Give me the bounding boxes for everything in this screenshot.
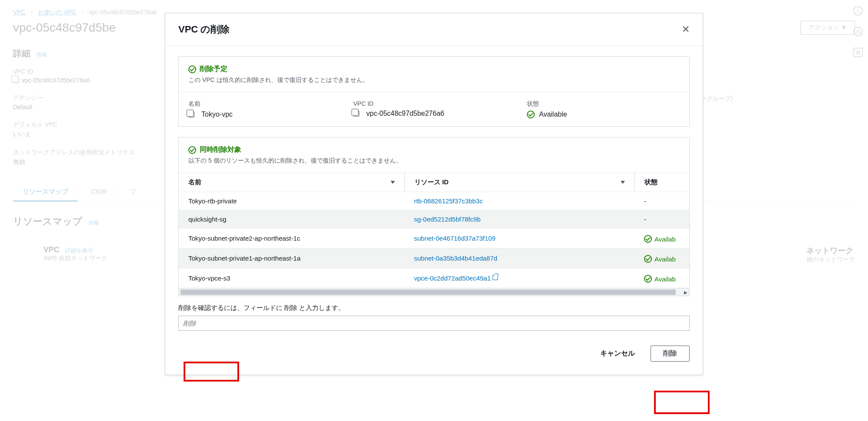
info-label-vpcid: VPC ID	[353, 100, 527, 107]
cell-resource-id: rtb-06826125f37c3bb3c	[404, 192, 635, 210]
info-value-name: Tokyo-vpc	[201, 111, 233, 118]
resource-link[interactable]: sg-0ed5212d5bf78fc9b	[414, 215, 480, 223]
table-row: Tokyo-rtb-privatertb-06826125f37c3bb3c-	[179, 192, 689, 210]
table-row: Tokyo-subnet-private1-ap-northeast-1asub…	[179, 248, 689, 268]
cell-name: Tokyo-subnet-private2-ap-northeast-1c	[179, 228, 404, 248]
cell-state: Availab	[635, 228, 689, 248]
resources-table-wrap: 名前 リソース ID 状態 Tokyo-rtb-privatertb-06826…	[179, 173, 689, 296]
cell-name: Tokyo-vpce-s3	[179, 268, 404, 288]
external-link-icon	[493, 275, 498, 280]
col-name: 名前	[188, 178, 201, 186]
cell-state: Availab	[635, 248, 689, 268]
resource-link[interactable]: subnet-0e46716d37a73f109	[414, 235, 496, 242]
confirm-input[interactable]	[178, 316, 690, 331]
cell-name: quicksight-sg	[179, 210, 404, 228]
filter-icon[interactable]	[391, 181, 395, 184]
delete-vpc-modal: VPC の削除 ✕ 削除予定 この VPC は恒久的に削除され、後で復旧すること…	[165, 13, 703, 375]
cell-resource-id: vpce-0c2dd72ad50ec49a1	[404, 268, 635, 288]
delete-button[interactable]: 削除	[651, 346, 690, 362]
cell-resource-id: subnet-0a35b3d4b41eda87d	[404, 248, 635, 268]
resource-link[interactable]: subnet-0a35b3d4b41eda87d	[414, 255, 497, 262]
resource-link[interactable]: vpce-0c2dd72ad50ec49a1	[414, 274, 491, 282]
status-title: 削除予定	[200, 65, 227, 74]
status-desc: 以下の 5 個のリソースも恒久的に削除され、後で復旧することはできません。	[188, 157, 680, 165]
check-circle-icon	[644, 255, 652, 263]
cancel-button[interactable]: キャンセル	[592, 346, 643, 362]
check-circle-icon	[188, 146, 196, 154]
resource-link[interactable]: rtb-06826125f37c3bb3c	[414, 197, 483, 205]
check-circle-icon	[644, 235, 652, 243]
cell-state: -	[635, 210, 689, 228]
scheduled-delete-panel: 削除予定 この VPC は恒久的に削除され、後で復旧することはできません。 名前…	[178, 56, 690, 127]
cell-state: Availab	[635, 268, 689, 288]
col-resource-id: リソース ID	[414, 178, 449, 186]
status-desc: この VPC は恒久的に削除され、後で復旧することはできません。	[188, 76, 680, 84]
check-circle-icon	[527, 111, 535, 118]
resources-table: 名前 リソース ID 状態 Tokyo-rtb-privatertb-06826…	[179, 173, 689, 288]
horizontal-scrollbar[interactable]: ◀ ▶	[179, 288, 689, 296]
table-row: Tokyo-vpce-s3vpce-0c2dd72ad50ec49a1Avail…	[179, 268, 689, 288]
table-row: quicksight-sgsg-0ed5212d5bf78fc9b-	[179, 210, 689, 228]
col-state: 状態	[644, 178, 658, 186]
table-header-row: 名前 リソース ID 状態	[179, 173, 689, 192]
info-value-state: Available	[539, 111, 567, 118]
close-button[interactable]: ✕	[682, 25, 690, 34]
modal-title: VPC の削除	[178, 23, 230, 36]
info-value-vpcid: vpc-05c48c97d5be276a6	[366, 110, 444, 117]
table-row: Tokyo-subnet-private2-ap-northeast-1csub…	[179, 228, 689, 248]
cell-state: -	[635, 192, 689, 210]
scroll-right-arrow[interactable]: ▶	[683, 290, 688, 295]
info-label-state: 状態	[527, 100, 680, 108]
cell-name: Tokyo-rtb-private	[179, 192, 404, 210]
info-label-name: 名前	[188, 100, 353, 108]
cell-resource-id: subnet-0e46716d37a73f109	[404, 228, 635, 248]
copy-icon[interactable]	[188, 111, 194, 117]
filter-icon[interactable]	[621, 181, 625, 184]
cell-name: Tokyo-subnet-private1-ap-northeast-1a	[179, 248, 404, 268]
check-circle-icon	[188, 65, 196, 73]
scroll-thumb[interactable]	[181, 290, 676, 295]
confirm-instruction: 削除を確認するには、フィールドに 削除 と入力します。	[178, 304, 690, 312]
cell-resource-id: sg-0ed5212d5bf78fc9b	[404, 210, 635, 228]
check-circle-icon	[644, 275, 652, 283]
cascade-delete-panel: 同時削除対象 以下の 5 個のリソースも恒久的に削除され、後で復旧することはでき…	[178, 137, 690, 296]
copy-icon[interactable]	[353, 111, 359, 117]
status-title: 同時削除対象	[200, 145, 241, 154]
